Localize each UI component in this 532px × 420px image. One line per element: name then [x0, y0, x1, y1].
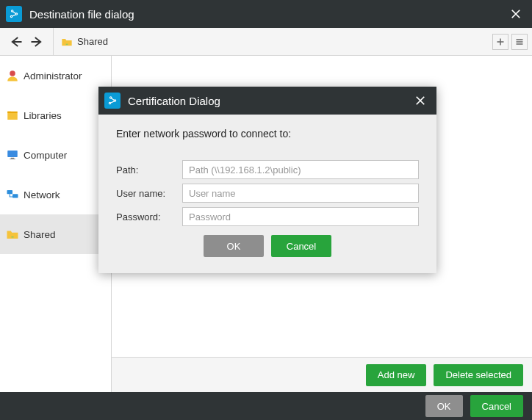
navbar: Shared: [0, 28, 532, 56]
new-item-button[interactable]: [492, 34, 508, 50]
password-label: Password:: [116, 211, 182, 222]
sidebar: Administrator Libraries Computer Network…: [0, 56, 112, 392]
nav-forward-button[interactable]: [26, 32, 47, 52]
certification-dialog-title: Certification Dialog: [128, 95, 410, 107]
sidebar-item-network[interactable]: Network: [0, 175, 111, 214]
svg-point-13: [114, 100, 115, 101]
certification-dialog-titlebar: Certification Dialog: [98, 87, 436, 115]
computer-icon: [6, 148, 19, 162]
sidebar-item-label: Computer: [24, 150, 67, 161]
list-view-button[interactable]: [511, 34, 528, 50]
sidebar-item-libraries[interactable]: Libraries: [0, 95, 111, 135]
svg-point-2: [10, 15, 12, 17]
nav-back-button[interactable]: [6, 32, 26, 52]
svg-rect-5: [7, 112, 18, 113]
window-close-button[interactable]: [506, 4, 526, 24]
svg-point-0: [12, 10, 13, 12]
shared-folder-icon: [6, 228, 19, 241]
svg-rect-3: [66, 43, 68, 44]
svg-rect-6: [7, 151, 18, 157]
sidebar-item-label: Administrator: [24, 70, 82, 82]
dialog-bottombar: OK Cancel: [0, 392, 532, 420]
app-icon: [6, 6, 22, 22]
sidebar-item-administrator[interactable]: Administrator: [0, 56, 111, 95]
delete-selected-button[interactable]: Delete selected: [434, 364, 523, 386]
username-label: User name:: [116, 188, 182, 199]
svg-rect-9: [7, 190, 13, 194]
add-new-button[interactable]: Add new: [366, 364, 427, 386]
sidebar-item-label: Libraries: [24, 110, 62, 121]
password-input[interactable]: [182, 207, 419, 226]
network-icon: [6, 188, 19, 201]
window-titlebar: Destination file dialog: [0, 0, 532, 28]
app-icon: [104, 93, 121, 109]
nav-arrows: [0, 28, 54, 55]
folder-icon: [61, 36, 73, 48]
svg-point-1: [15, 13, 17, 15]
content-actionbar: Add new Delete selected: [112, 357, 532, 392]
certification-ok-button[interactable]: OK: [204, 235, 264, 257]
svg-rect-8: [10, 159, 15, 159]
path-label: Path:: [116, 164, 182, 175]
breadcrumb-label: Shared: [77, 36, 108, 47]
svg-point-4: [10, 70, 15, 76]
breadcrumb[interactable]: Shared: [54, 36, 492, 48]
path-input[interactable]: [182, 160, 419, 179]
window-title: Destination file dialog: [29, 8, 506, 21]
sidebar-item-label: Network: [24, 189, 60, 200]
certification-dialog-message: Enter network password to connect to:: [116, 128, 419, 140]
svg-rect-11: [12, 236, 14, 238]
libraries-icon: [6, 109, 19, 122]
svg-rect-10: [12, 194, 18, 198]
username-input[interactable]: [182, 184, 419, 203]
sidebar-item-computer[interactable]: Computer: [0, 135, 111, 175]
svg-rect-7: [11, 158, 15, 159]
certification-cancel-button[interactable]: Cancel: [271, 235, 331, 257]
svg-point-12: [110, 97, 112, 98]
dialog-ok-button[interactable]: OK: [425, 395, 463, 417]
certification-dialog-close-button[interactable]: [410, 90, 431, 111]
dialog-cancel-button[interactable]: Cancel: [470, 395, 523, 417]
certification-dialog: Certification Dialog Enter network passw…: [98, 87, 436, 273]
user-icon: [6, 69, 19, 82]
sidebar-item-label: Shared: [24, 229, 56, 240]
svg-point-14: [109, 102, 110, 104]
sidebar-item-shared[interactable]: Shared: [0, 214, 111, 254]
